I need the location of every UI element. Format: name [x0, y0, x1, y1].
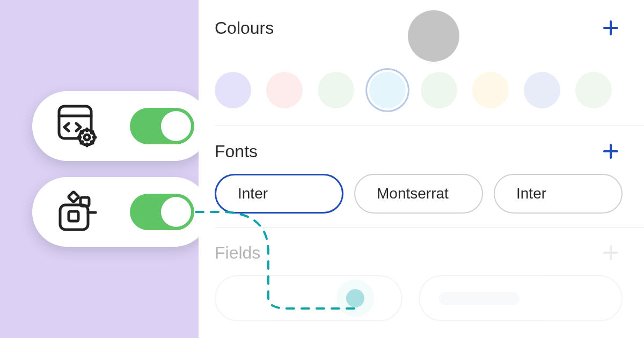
fields-title: Fields [215, 243, 260, 263]
colour-swatch[interactable] [266, 72, 303, 108]
fonts-section: Fonts InterMontserratInter [215, 126, 644, 227]
colour-swatch[interactable] [421, 72, 457, 108]
add-field-button[interactable] [599, 241, 623, 264]
plus-icon [602, 244, 619, 261]
field-placeholder [439, 292, 519, 305]
sidebar-panel [0, 0, 199, 338]
colour-swatch[interactable] [472, 72, 509, 108]
code-settings-card [32, 91, 209, 161]
field-pill[interactable] [215, 275, 402, 321]
colour-swatch[interactable] [215, 72, 251, 108]
svg-line-8 [81, 131, 83, 133]
colour-swatch[interactable] [524, 72, 560, 108]
field-pill[interactable] [419, 275, 623, 321]
colour-swatch[interactable] [369, 72, 406, 108]
cursor-indicator-icon [346, 289, 364, 307]
font-chip[interactable]: Inter [494, 174, 623, 214]
fonts-title: Fonts [215, 142, 258, 161]
fields-row [215, 275, 623, 321]
svg-rect-14 [69, 211, 78, 221]
svg-line-11 [91, 131, 93, 133]
components-icon [54, 188, 102, 236]
font-chip[interactable]: Inter [215, 174, 343, 214]
plus-icon [602, 143, 619, 160]
plus-icon [602, 19, 619, 36]
code-settings-icon [54, 102, 102, 150]
svg-line-10 [81, 142, 83, 143]
code-settings-toggle[interactable] [130, 108, 194, 144]
colours-section: Colours [215, 0, 644, 126]
colour-swatch-row [215, 72, 612, 108]
colour-swatch[interactable] [318, 72, 354, 108]
colour-swatch[interactable] [575, 72, 612, 108]
svg-line-9 [91, 142, 93, 143]
components-toggle[interactable] [130, 194, 194, 230]
svg-rect-15 [80, 197, 89, 206]
add-font-button[interactable] [599, 139, 623, 163]
colours-title: Colours [215, 18, 274, 38]
add-colour-button[interactable] [599, 16, 623, 40]
font-chip[interactable]: Montserrat [354, 174, 483, 214]
settings-panel: Colours Fonts InterMontserratInter Field… [199, 0, 644, 338]
svg-rect-12 [60, 205, 88, 230]
active-colour-swatch[interactable] [408, 10, 459, 62]
fields-section: Fields [215, 227, 644, 335]
components-card [32, 177, 209, 247]
svg-rect-16 [68, 192, 79, 202]
font-chip-row: InterMontserratInter [215, 174, 623, 214]
